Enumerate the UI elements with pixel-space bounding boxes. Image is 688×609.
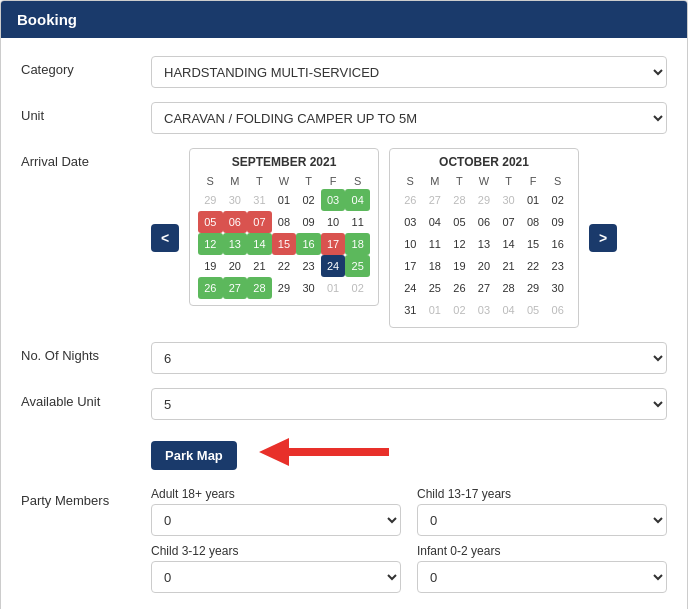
oct-10[interactable]: 10 xyxy=(398,233,423,255)
oct-09[interactable]: 09 xyxy=(545,211,570,233)
oct-26b[interactable]: 26 xyxy=(447,277,472,299)
svg-marker-0 xyxy=(259,438,389,466)
sep-21[interactable]: 21 xyxy=(247,255,272,277)
oct-nov-02[interactable]: 02 xyxy=(447,299,472,321)
sep-03[interactable]: 03 xyxy=(321,189,346,211)
sep-23[interactable]: 23 xyxy=(296,255,321,277)
sep-day-s2: S xyxy=(345,173,370,189)
sep-02[interactable]: 02 xyxy=(296,189,321,211)
nights-select[interactable]: 6 xyxy=(151,342,667,374)
party-members-row: Party Members Adult 18+ years 0 Child 13… xyxy=(21,487,667,593)
sep-01[interactable]: 01 xyxy=(272,189,297,211)
adult-select[interactable]: 0 xyxy=(151,504,401,536)
oct-nov-06[interactable]: 06 xyxy=(545,299,570,321)
oct-18[interactable]: 18 xyxy=(423,255,448,277)
oct-nov-03[interactable]: 03 xyxy=(472,299,497,321)
oct-28b[interactable]: 28 xyxy=(496,277,521,299)
oct-27b[interactable]: 27 xyxy=(472,277,497,299)
oct-27[interactable]: 27 xyxy=(423,189,448,211)
table-row: 05 06 07 08 09 10 11 xyxy=(198,211,370,233)
september-calendar: SEPTEMBER 2021 S M T W T F S xyxy=(189,148,379,306)
sep-12[interactable]: 12 xyxy=(198,233,223,255)
sep-oct-02[interactable]: 02 xyxy=(345,277,370,299)
oct-13[interactable]: 13 xyxy=(472,233,497,255)
oct-02[interactable]: 02 xyxy=(545,189,570,211)
oct-03[interactable]: 03 xyxy=(398,211,423,233)
sep-30[interactable]: 30 xyxy=(223,189,248,211)
oct-08[interactable]: 08 xyxy=(521,211,546,233)
oct-26[interactable]: 26 xyxy=(398,189,423,211)
available-unit-select[interactable]: 5 xyxy=(151,388,667,420)
category-select[interactable]: HARDSTANDING MULTI-SERVICED xyxy=(151,56,667,88)
oct-01[interactable]: 01 xyxy=(521,189,546,211)
sep-10[interactable]: 10 xyxy=(321,211,346,233)
sep-body: 29 30 31 01 02 03 04 05 xyxy=(198,189,370,299)
sep-04[interactable]: 04 xyxy=(345,189,370,211)
sep-oct-01[interactable]: 01 xyxy=(321,277,346,299)
oct-nov-05[interactable]: 05 xyxy=(521,299,546,321)
child-select[interactable]: 0 xyxy=(151,561,401,593)
sep-07[interactable]: 07 xyxy=(247,211,272,233)
oct-nov-04[interactable]: 04 xyxy=(496,299,521,321)
sep-29[interactable]: 29 xyxy=(198,189,223,211)
sep-11[interactable]: 11 xyxy=(345,211,370,233)
next-month-button[interactable]: > xyxy=(589,224,617,252)
sep-09[interactable]: 09 xyxy=(296,211,321,233)
sep-08[interactable]: 08 xyxy=(272,211,297,233)
oct-14[interactable]: 14 xyxy=(496,233,521,255)
oct-29[interactable]: 29 xyxy=(472,189,497,211)
child-teen-select[interactable]: 0 xyxy=(417,504,667,536)
sep-06[interactable]: 06 xyxy=(223,211,248,233)
oct-30[interactable]: 30 xyxy=(496,189,521,211)
oct-04[interactable]: 04 xyxy=(423,211,448,233)
table-row: 26 27 28 29 30 01 02 xyxy=(398,189,570,211)
sep-22[interactable]: 22 xyxy=(272,255,297,277)
sep-20[interactable]: 20 xyxy=(223,255,248,277)
oct-06[interactable]: 06 xyxy=(472,211,497,233)
table-row: 10 11 12 13 14 15 16 xyxy=(398,233,570,255)
table-row: 19 20 21 22 23 24 25 xyxy=(198,255,370,277)
oct-19[interactable]: 19 xyxy=(447,255,472,277)
sep-16[interactable]: 16 xyxy=(296,233,321,255)
sep-15[interactable]: 15 xyxy=(272,233,297,255)
oct-24[interactable]: 24 xyxy=(398,277,423,299)
sep-27[interactable]: 27 xyxy=(223,277,248,299)
sep-17[interactable]: 17 xyxy=(321,233,346,255)
oct-22[interactable]: 22 xyxy=(521,255,546,277)
sep-26[interactable]: 26 xyxy=(198,277,223,299)
sep-25[interactable]: 25 xyxy=(345,255,370,277)
oct-20[interactable]: 20 xyxy=(472,255,497,277)
sep-13[interactable]: 13 xyxy=(223,233,248,255)
oct-05[interactable]: 05 xyxy=(447,211,472,233)
sep-24[interactable]: 24 xyxy=(321,255,346,277)
oct-30b[interactable]: 30 xyxy=(545,277,570,299)
sep-19[interactable]: 19 xyxy=(198,255,223,277)
sep-18[interactable]: 18 xyxy=(345,233,370,255)
oct-16[interactable]: 16 xyxy=(545,233,570,255)
calendars-area: < SEPTEMBER 2021 S M T W T xyxy=(151,148,667,328)
oct-21[interactable]: 21 xyxy=(496,255,521,277)
oct-17[interactable]: 17 xyxy=(398,255,423,277)
unit-select[interactable]: CARAVAN / FOLDING CAMPER UP TO 5M xyxy=(151,102,667,134)
oct-25[interactable]: 25 xyxy=(423,277,448,299)
oct-23[interactable]: 23 xyxy=(545,255,570,277)
infant-item: Infant 0-2 years 0 xyxy=(417,544,667,593)
sep-30b[interactable]: 30 xyxy=(296,277,321,299)
oct-nov-01[interactable]: 01 xyxy=(423,299,448,321)
oct-29b[interactable]: 29 xyxy=(521,277,546,299)
sep-28[interactable]: 28 xyxy=(247,277,272,299)
infant-select[interactable]: 0 xyxy=(417,561,667,593)
oct-31[interactable]: 31 xyxy=(398,299,423,321)
sep-29b[interactable]: 29 xyxy=(272,277,297,299)
oct-11[interactable]: 11 xyxy=(423,233,448,255)
oct-28[interactable]: 28 xyxy=(447,189,472,211)
oct-07[interactable]: 07 xyxy=(496,211,521,233)
sep-31[interactable]: 31 xyxy=(247,189,272,211)
sep-05[interactable]: 05 xyxy=(198,211,223,233)
oct-15[interactable]: 15 xyxy=(521,233,546,255)
sep-14[interactable]: 14 xyxy=(247,233,272,255)
park-map-wrap: Park Map xyxy=(151,434,667,473)
oct-12[interactable]: 12 xyxy=(447,233,472,255)
prev-month-button[interactable]: < xyxy=(151,224,179,252)
park-map-button[interactable]: Park Map xyxy=(151,441,237,470)
